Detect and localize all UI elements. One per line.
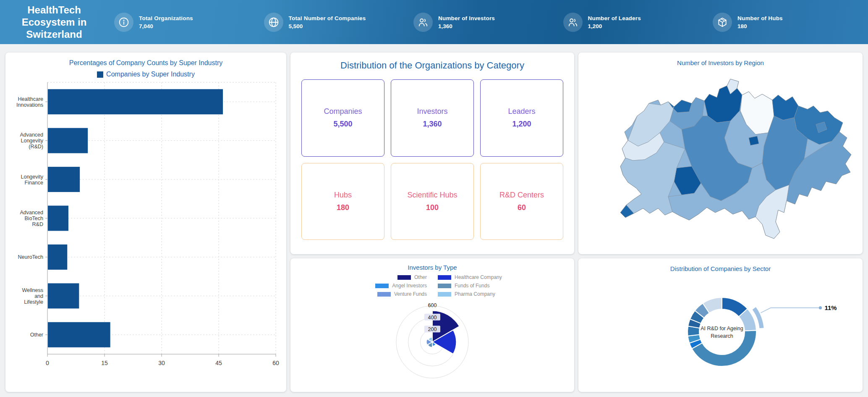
- legend-label: Pharma Company: [455, 291, 495, 297]
- legend-item-funds-of-funds[interactable]: Funds of Funds: [438, 283, 520, 289]
- svg-text:400: 400: [428, 315, 437, 321]
- leaders-icon: [563, 13, 583, 32]
- dashboard-grid: Percentages of Company Counts by Super I…: [0, 44, 868, 392]
- rose-chart-title: Investors by Type: [290, 264, 574, 271]
- svg-text:NeuroTech: NeuroTech: [18, 254, 43, 260]
- rose-chart[interactable]: 600400200: [295, 297, 570, 384]
- legend-swatch: [438, 275, 451, 280]
- kpi-value: 180: [737, 23, 783, 29]
- panel-investors-by-region: Number of Investors by Region: [578, 53, 863, 254]
- svg-text:0: 0: [46, 360, 49, 366]
- card-value: 180: [337, 203, 349, 212]
- card-label: R&D Centers: [499, 191, 544, 200]
- panel-companies-by-sector: Distribution of Companies by Sector 11%A…: [578, 258, 863, 392]
- svg-text:Innovations: Innovations: [16, 102, 43, 108]
- svg-text:Research: Research: [711, 333, 733, 339]
- donut-chart[interactable]: 11%AI R&D for AgeingResearch: [583, 273, 858, 386]
- kpi-label: Total Organizations: [139, 15, 193, 21]
- rose-legend: Other Healthcare Company Angel Investors…: [290, 274, 574, 297]
- card-label: Leaders: [508, 107, 535, 116]
- svg-text:Lifestyle: Lifestyle: [24, 299, 43, 305]
- bar-legend-item[interactable]: Companies by Super Industry: [5, 71, 286, 78]
- kpi-label: Number of Leaders: [588, 15, 641, 21]
- legend-item-other[interactable]: Other: [345, 274, 427, 280]
- bar-chart[interactable]: HealthcareInnovationsAdvancedLongevity(R…: [10, 79, 281, 378]
- legend-label: Healthcare Company: [455, 274, 502, 280]
- kpi-value: 1,200: [588, 23, 641, 29]
- card-hubs: Hubs 180: [301, 163, 384, 240]
- card-companies: Companies 5,500: [301, 79, 384, 157]
- card-investors: Investors 1,360: [391, 79, 474, 157]
- legend-item-venture-funds[interactable]: Venture Funds: [345, 291, 427, 297]
- svg-text:15: 15: [101, 360, 108, 366]
- svg-text:Longevity: Longevity: [21, 174, 43, 180]
- svg-text:11%: 11%: [824, 304, 837, 311]
- svg-text:Wellness: Wellness: [22, 287, 43, 293]
- svg-text:30: 30: [158, 360, 165, 366]
- svg-text:Finance: Finance: [25, 180, 44, 186]
- legend-label: Funds of Funds: [455, 283, 489, 289]
- kpi-value: 1,360: [438, 23, 495, 29]
- kpi-value: 7,040: [139, 23, 193, 29]
- svg-text:600: 600: [428, 302, 437, 308]
- card-value: 1,200: [512, 120, 531, 129]
- svg-text:R&D: R&D: [32, 221, 43, 227]
- info-icon: [114, 13, 133, 32]
- card-value: 100: [426, 203, 439, 212]
- map-title: Number of Investors by Region: [578, 59, 863, 66]
- card-value: 60: [518, 203, 526, 212]
- globe-icon: [264, 13, 283, 32]
- dashboard-page: HealthTech Ecosystem in Switzerland Tota…: [0, 0, 868, 397]
- svg-text:Healthcare: Healthcare: [18, 96, 43, 102]
- legend-swatch: [377, 292, 391, 297]
- panel-super-industry-bar: Percentages of Company Counts by Super I…: [5, 53, 286, 392]
- legend-item-pharma-company[interactable]: Pharma Company: [438, 291, 520, 297]
- panel-investors-by-type: Investors by Type Other Healthcare Compa…: [290, 258, 574, 392]
- svg-text:45: 45: [215, 360, 222, 366]
- card-scientific-hubs: Scientific Hubs 100: [391, 163, 474, 240]
- kpi-number-hubs: Number of Hubs 180: [713, 13, 851, 32]
- card-label: Investors: [417, 107, 447, 116]
- svg-text:Advanced: Advanced: [20, 132, 43, 138]
- svg-text:200: 200: [428, 326, 437, 332]
- legend-item-healthcare-company[interactable]: Healthcare Company: [438, 274, 520, 280]
- legend-label: Companies by Super Industry: [106, 71, 195, 78]
- legend-swatch: [97, 71, 103, 78]
- kpi-label: Number of Investors: [438, 15, 495, 21]
- svg-text:BioTech: BioTech: [25, 216, 44, 221]
- svg-text:60: 60: [272, 360, 279, 366]
- card-rd-centers: R&D Centers 60: [480, 163, 563, 240]
- kpi-value: 5,500: [289, 23, 366, 29]
- svg-text:AI R&D for Ageing: AI R&D for Ageing: [701, 326, 743, 331]
- svg-text:Longevity: Longevity: [21, 138, 43, 144]
- legend-swatch: [438, 284, 451, 288]
- kpi-strip: Total Organizations 7,040 Total Number o…: [102, 13, 868, 32]
- kpi-total-organizations: Total Organizations 7,040: [114, 13, 253, 32]
- header-bar: HealthTech Ecosystem in Switzerland Tota…: [0, 0, 868, 44]
- category-panel-title: Distribution of the Organizations by Cat…: [290, 60, 574, 71]
- panel-organizations-category: Distribution of the Organizations by Cat…: [290, 53, 574, 254]
- hubs-icon: [713, 13, 732, 32]
- card-leaders: Leaders 1,200: [480, 79, 563, 157]
- legend-label: Venture Funds: [394, 291, 427, 297]
- investors-icon: [413, 13, 433, 32]
- legend-swatch: [438, 292, 451, 297]
- kpi-label: Number of Hubs: [737, 15, 783, 21]
- legend-label: Angel Investors: [392, 283, 427, 289]
- legend-swatch: [375, 284, 389, 288]
- kpi-number-investors: Number of Investors 1,360: [413, 13, 552, 32]
- card-value: 1,360: [423, 120, 442, 129]
- bar-chart-title: Percentages of Company Counts by Super I…: [5, 59, 286, 67]
- category-cards: Companies 5,500 Investors 1,360 Leaders …: [290, 71, 574, 250]
- switzerland-map[interactable]: [583, 68, 858, 244]
- svg-text:Other: Other: [30, 332, 43, 338]
- legend-item-angel-investors[interactable]: Angel Investors: [345, 283, 427, 289]
- kpi-label: Total Number of Companies: [289, 15, 366, 21]
- svg-text:Advanced: Advanced: [20, 210, 43, 216]
- page-title: HealthTech Ecosystem in Switzerland: [0, 4, 102, 41]
- donut-chart-title: Distribution of Companies by Sector: [578, 265, 863, 272]
- card-label: Companies: [324, 107, 362, 116]
- kpi-total-companies: Total Number of Companies 5,500: [264, 13, 403, 32]
- svg-text:and: and: [34, 293, 43, 299]
- legend-label: Other: [414, 274, 427, 280]
